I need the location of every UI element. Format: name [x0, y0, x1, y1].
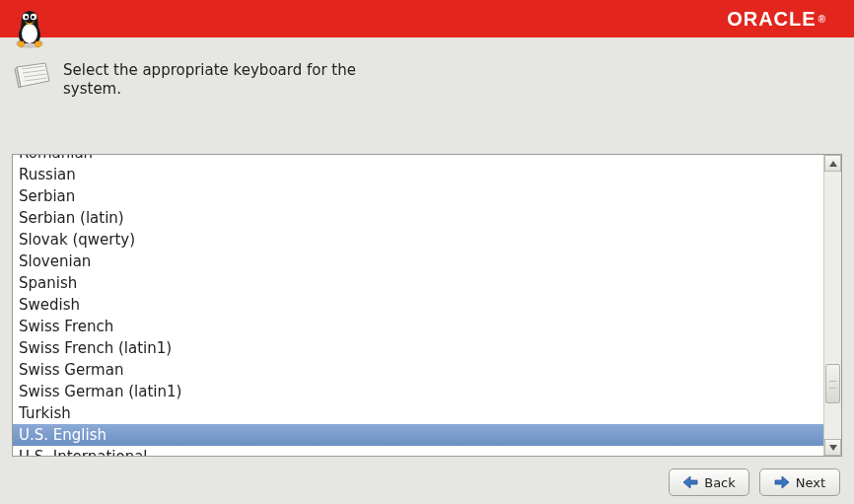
back-button-label: Back — [704, 475, 736, 490]
content-area: Select the appropriate keyboard for the … — [0, 37, 854, 504]
instruction-text: Select the appropriate keyboard for the … — [63, 61, 369, 99]
scrollbar-thumb[interactable] — [825, 364, 840, 403]
next-button[interactable]: Next — [759, 468, 840, 496]
header-bar: ORACLE® — [0, 0, 854, 37]
scrollbar — [823, 155, 841, 456]
tux-icon — [10, 4, 49, 49]
list-item[interactable]: Serbian (latin) — [13, 207, 823, 229]
next-button-label: Next — [796, 475, 825, 490]
list-item[interactable]: Swiss German (latin1) — [13, 381, 823, 402]
list-viewport[interactable]: RomanianRussianSerbianSerbian (latin)Slo… — [13, 155, 823, 456]
list-item[interactable]: Slovenian — [13, 251, 823, 272]
brand-registered: ® — [818, 14, 826, 25]
arrow-left-icon — [682, 475, 698, 489]
list-item[interactable]: Swiss French — [13, 316, 823, 337]
svg-point-4 — [25, 16, 28, 19]
arrow-right-icon — [774, 475, 790, 489]
footer: Back Next — [0, 461, 854, 504]
scroll-up-button[interactable] — [824, 155, 841, 172]
list-item[interactable]: Spanish — [13, 272, 823, 294]
brand-text: ORACLE — [727, 8, 816, 31]
keyboard-list: RomanianRussianSerbianSerbian (latin)Slo… — [12, 154, 842, 457]
instruction-row: Select the appropriate keyboard for the … — [0, 37, 854, 108]
svg-point-5 — [32, 16, 35, 19]
list-item[interactable]: Turkish — [13, 402, 823, 424]
list-item[interactable]: Slovak (qwerty) — [13, 229, 823, 251]
scrollbar-track[interactable] — [824, 172, 841, 439]
brand-logo: ORACLE® — [727, 8, 826, 31]
list-item[interactable]: Swiss German — [13, 359, 823, 381]
list-item[interactable]: Serbian — [13, 185, 823, 207]
list-item[interactable]: U.S. International — [13, 446, 823, 456]
list-item[interactable]: Romanian — [13, 155, 823, 164]
scroll-down-button[interactable] — [824, 439, 841, 456]
list-item[interactable]: U.S. English — [13, 424, 823, 446]
list-item[interactable]: Swiss French (latin1) — [13, 337, 823, 359]
keyboard-icon — [14, 61, 51, 91]
svg-point-1 — [22, 24, 37, 43]
list-item[interactable]: Russian — [13, 164, 823, 185]
list-item[interactable]: Swedish — [13, 294, 823, 316]
back-button[interactable]: Back — [669, 468, 749, 496]
